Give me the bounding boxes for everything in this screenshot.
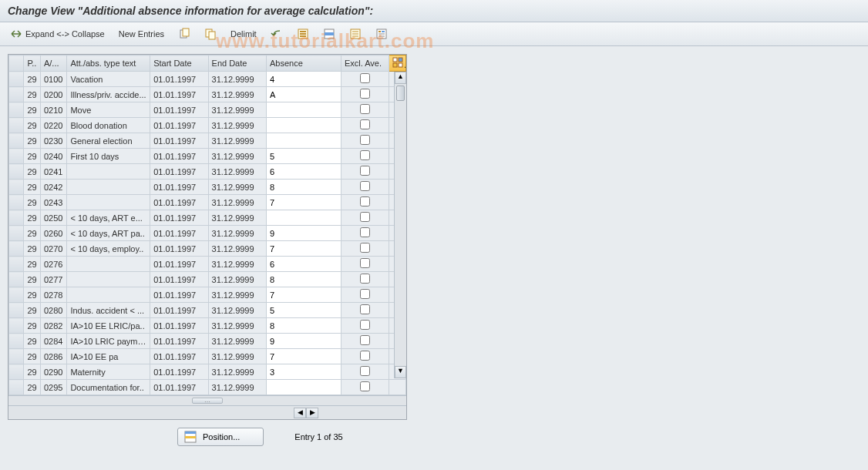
excl-checkbox[interactable] <box>360 196 370 206</box>
col-header-a[interactable]: A/... <box>40 55 66 72</box>
scroll-left-button[interactable]: ◀ <box>294 408 306 418</box>
excl-checkbox[interactable] <box>360 258 370 268</box>
new-entries-button[interactable]: New Entries <box>113 27 170 41</box>
expand-collapse-button[interactable]: Expand <-> Collapse <box>5 25 110 42</box>
row-selector[interactable] <box>9 226 24 241</box>
row-selector[interactable] <box>9 72 24 87</box>
row-selector[interactable] <box>9 133 24 149</box>
select-all-button[interactable] <box>291 25 315 42</box>
excl-checkbox[interactable] <box>360 181 370 191</box>
cell-absence[interactable]: 7 <box>266 241 341 257</box>
column-resize-handle[interactable]: ⋯ <box>192 398 223 404</box>
excl-checkbox[interactable] <box>360 381 370 391</box>
excl-checkbox[interactable] <box>360 212 370 222</box>
svg-rect-3 <box>209 32 215 39</box>
row-selector[interactable] <box>9 349 24 364</box>
excl-checkbox[interactable] <box>360 150 370 160</box>
col-header-text[interactable]: Att./abs. type text <box>67 55 150 72</box>
col-header-absence[interactable]: Absence <box>266 55 341 72</box>
scroll-thumb[interactable] <box>396 86 405 101</box>
cell-absence[interactable]: 7 <box>266 349 341 364</box>
undo-button[interactable] <box>265 25 288 42</box>
excl-checkbox[interactable] <box>360 104 370 114</box>
cell-absence[interactable]: 9 <box>266 226 341 241</box>
copy-button[interactable] <box>173 25 196 42</box>
excl-checkbox[interactable] <box>360 227 370 237</box>
cell-absence[interactable]: 4 <box>266 72 341 87</box>
excl-checkbox[interactable] <box>360 289 370 299</box>
cell-absence[interactable]: 5 <box>266 149 341 164</box>
excl-checkbox[interactable] <box>360 351 370 361</box>
excl-checkbox[interactable] <box>360 243 370 253</box>
excl-checkbox[interactable] <box>360 304 370 314</box>
table-config-button[interactable] <box>389 55 406 72</box>
cell-absence[interactable]: 6 <box>266 164 341 180</box>
scroll-down-button[interactable]: ▼ <box>395 366 406 378</box>
row-selector[interactable] <box>9 210 24 226</box>
cell-text: General election <box>67 133 150 149</box>
cell-absence[interactable] <box>266 133 341 149</box>
row-selector[interactable] <box>9 257 24 272</box>
excl-checkbox[interactable] <box>360 274 370 284</box>
deselect-all-button[interactable] <box>344 25 367 42</box>
row-selector[interactable] <box>9 287 24 303</box>
row-selector[interactable] <box>9 102 24 118</box>
cell-absence[interactable]: 7 <box>266 195 341 210</box>
cell-absence[interactable]: 6 <box>266 257 341 272</box>
table-row: 290286IA>10 EE pa01.01.199731.12.99997 <box>9 349 406 364</box>
row-selector[interactable] <box>9 318 24 334</box>
excl-checkbox[interactable] <box>360 89 370 99</box>
scroll-right-button[interactable]: ▶ <box>306 408 318 418</box>
row-selector-header[interactable] <box>9 55 24 72</box>
cell-absence[interactable]: 3 <box>266 364 341 380</box>
cell-start: 01.01.1997 <box>150 226 208 241</box>
cell-absence[interactable]: 8 <box>266 180 341 195</box>
excl-checkbox[interactable] <box>360 119 370 129</box>
cell-absence[interactable]: 5 <box>266 303 341 318</box>
row-selector[interactable] <box>9 87 24 102</box>
cell-absence[interactable] <box>266 118 341 133</box>
excl-checkbox[interactable] <box>360 320 370 330</box>
col-header-excl[interactable]: Excl. Ave. <box>341 55 389 72</box>
cell-start: 01.01.1997 <box>150 87 208 102</box>
excl-checkbox[interactable] <box>360 135 370 145</box>
copy-as-button[interactable] <box>199 25 222 42</box>
cell-absence[interactable] <box>266 380 341 395</box>
excl-checkbox[interactable] <box>360 366 370 376</box>
col-header-end[interactable]: End Date <box>208 55 266 72</box>
row-selector[interactable] <box>9 380 24 395</box>
cell-end: 31.12.9999 <box>208 210 266 226</box>
horizontal-scrollbar[interactable]: ◀ ▶ <box>8 405 406 419</box>
row-selector[interactable] <box>9 180 24 195</box>
cell-text: < 10 days, ART e... <box>67 210 150 226</box>
col-header-p[interactable]: P.. <box>24 55 41 72</box>
row-selector[interactable] <box>9 334 24 349</box>
excl-checkbox[interactable] <box>360 166 370 176</box>
scroll-up-button[interactable]: ▲ <box>395 72 406 84</box>
excl-checkbox[interactable] <box>360 73 370 83</box>
row-selector[interactable] <box>9 164 24 180</box>
cell-p: 29 <box>24 72 41 87</box>
cell-absence[interactable] <box>266 102 341 118</box>
variable-list-button[interactable] <box>370 25 393 42</box>
cell-absence[interactable]: 8 <box>266 272 341 287</box>
row-selector[interactable] <box>9 303 24 318</box>
cell-absence[interactable]: 9 <box>266 334 341 349</box>
row-selector[interactable] <box>9 364 24 380</box>
cell-absence[interactable]: 7 <box>266 287 341 303</box>
row-selector[interactable] <box>9 272 24 287</box>
row-selector[interactable] <box>9 195 24 210</box>
delimit-button[interactable]: Delimit <box>225 27 262 41</box>
excl-checkbox[interactable] <box>360 335 370 345</box>
expand-collapse-label: Expand <-> Collapse <box>25 29 105 39</box>
cell-absence[interactable]: 8 <box>266 318 341 334</box>
row-selector[interactable] <box>9 149 24 164</box>
row-selector[interactable] <box>9 241 24 257</box>
vertical-scrollbar[interactable]: ▲ ▼ <box>394 72 406 378</box>
cell-absence[interactable]: A <box>266 87 341 102</box>
select-block-button[interactable] <box>318 25 341 42</box>
col-header-start[interactable]: Start Date <box>150 55 208 72</box>
position-button[interactable]: Position... <box>177 428 264 446</box>
cell-absence[interactable] <box>266 210 341 226</box>
row-selector[interactable] <box>9 118 24 133</box>
